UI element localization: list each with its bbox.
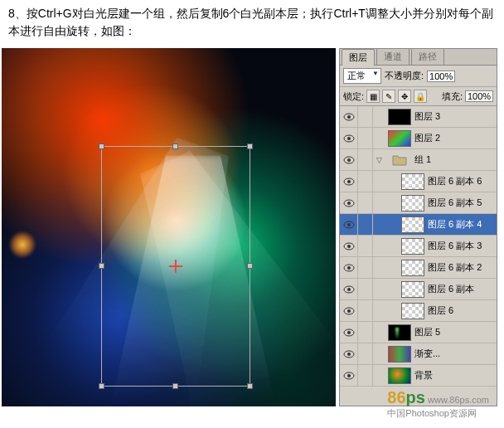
visibility-eye-icon[interactable] — [343, 285, 355, 294]
layer-thumbnail[interactable] — [388, 130, 411, 147]
tab-layers[interactable]: 图层 — [342, 49, 375, 66]
layer-link-col[interactable] — [358, 106, 373, 127]
layer-link-col[interactable] — [358, 365, 373, 386]
transform-handle-ml[interactable] — [99, 263, 104, 269]
layer-thumbnail[interactable] — [388, 367, 411, 384]
layer-row[interactable]: 图层 3 — [340, 106, 497, 128]
layer-name-label[interactable]: 图层 6 副本 4 — [428, 218, 482, 231]
layer-thumbnail[interactable] — [388, 346, 411, 362]
layer-visibility-toggle[interactable] — [340, 257, 358, 278]
layer-thumbnail[interactable] — [401, 303, 424, 319]
layer-expand-toggle[interactable]: ▽ — [373, 156, 385, 164]
layer-name-label[interactable]: 背景 — [414, 369, 433, 382]
visibility-eye-icon[interactable] — [343, 113, 355, 121]
layer-row[interactable]: 图层 6 副本 6 — [340, 171, 497, 192]
layer-name-label[interactable]: 图层 6 副本 5 — [428, 197, 482, 209]
lock-position-button[interactable]: ✥ — [398, 90, 411, 103]
transform-handle-tm[interactable] — [172, 143, 178, 149]
visibility-eye-icon[interactable] — [343, 242, 355, 250]
transform-handle-tl[interactable] — [99, 143, 104, 149]
layer-row[interactable]: 背景 — [340, 365, 497, 387]
lock-transparency-button[interactable]: ▦ — [366, 90, 380, 103]
layer-row[interactable]: 图层 6 副本 3 — [340, 236, 497, 257]
tab-paths[interactable]: 路径 — [411, 48, 444, 65]
tab-channels[interactable]: 通道 — [376, 48, 410, 65]
lock-pixels-button[interactable]: ✎ — [382, 90, 395, 103]
layer-link-col[interactable] — [358, 192, 373, 213]
layer-thumbnail[interactable] — [401, 216, 424, 233]
opacity-input[interactable]: 100% — [427, 71, 455, 82]
layer-row[interactable]: ▽组 1 — [340, 149, 497, 171]
layer-link-col[interactable] — [358, 279, 373, 299]
layer-name-label[interactable]: 图层 6 副本 3 — [428, 240, 482, 252]
free-transform-bounding-box[interactable] — [101, 146, 250, 387]
visibility-eye-icon[interactable] — [343, 134, 355, 143]
layer-name-label[interactable]: 图层 3 — [414, 110, 440, 123]
layer-visibility-toggle[interactable] — [340, 300, 358, 321]
layer-name-label[interactable]: 组 1 — [414, 153, 431, 166]
layer-name-label[interactable]: 图层 5 — [414, 326, 440, 338]
layer-name-label[interactable]: 渐变... — [414, 348, 440, 360]
layer-thumbnail[interactable] — [401, 238, 424, 255]
layer-thumbnail[interactable] — [401, 281, 424, 298]
visibility-eye-icon[interactable] — [343, 328, 355, 337]
lock-all-button[interactable]: 🔒 — [414, 90, 427, 103]
layer-visibility-toggle[interactable] — [340, 106, 358, 127]
layer-row[interactable]: 图层 6 — [340, 300, 497, 322]
transform-center-point[interactable] — [169, 260, 182, 273]
layer-visibility-toggle[interactable] — [340, 149, 358, 170]
canvas[interactable] — [2, 48, 336, 406]
layer-row[interactable]: 图层 2 — [340, 128, 497, 149]
layer-visibility-toggle[interactable] — [340, 128, 358, 148]
layer-link-col[interactable] — [358, 214, 373, 235]
layer-link-col[interactable] — [358, 322, 373, 343]
layer-link-col[interactable] — [358, 236, 373, 256]
layer-visibility-toggle[interactable] — [340, 192, 358, 213]
transform-handle-tr[interactable] — [247, 143, 253, 149]
transform-handle-bm[interactable] — [172, 383, 178, 389]
layer-name-label[interactable]: 图层 6 — [428, 304, 453, 317]
layer-name-label[interactable]: 图层 2 — [414, 132, 440, 144]
layer-name-label[interactable]: 图层 6 副本 2 — [428, 261, 482, 274]
transform-handle-mr[interactable] — [247, 263, 253, 269]
layers-list[interactable]: 图层 3图层 2▽组 1图层 6 副本 6图层 6 副本 5图层 6 副本 4图… — [340, 106, 497, 406]
layer-visibility-toggle[interactable] — [340, 322, 358, 343]
visibility-eye-icon[interactable] — [343, 199, 355, 207]
layer-row[interactable]: 渐变... — [340, 343, 497, 365]
layer-link-col[interactable] — [358, 257, 373, 278]
layer-thumbnail[interactable] — [388, 109, 411, 125]
layer-row[interactable]: 图层 5 — [340, 322, 497, 343]
layer-visibility-toggle[interactable] — [340, 236, 358, 256]
layer-thumbnail[interactable] — [401, 260, 424, 276]
transform-handle-br[interactable] — [247, 383, 253, 389]
layer-link-col[interactable] — [358, 343, 373, 364]
layer-row[interactable]: 图层 6 副本 — [340, 279, 497, 300]
visibility-eye-icon[interactable] — [343, 350, 355, 358]
layer-link-col[interactable] — [358, 171, 373, 192]
visibility-eye-icon[interactable] — [343, 307, 355, 315]
layer-row[interactable]: 图层 6 副本 4 — [340, 214, 497, 236]
visibility-eye-icon[interactable] — [343, 156, 355, 164]
layer-link-col[interactable] — [358, 128, 373, 148]
layer-name-label[interactable]: 图层 6 副本 — [428, 283, 474, 295]
layer-thumbnail[interactable] — [388, 152, 411, 168]
blend-mode-dropdown[interactable]: 正常 — [343, 68, 381, 84]
layer-row[interactable]: 图层 6 副本 2 — [340, 257, 497, 279]
fill-input[interactable]: 100% — [465, 90, 493, 102]
transform-handle-bl[interactable] — [99, 383, 104, 389]
layer-thumbnail[interactable] — [401, 173, 424, 190]
layer-link-col[interactable] — [358, 149, 373, 170]
layer-visibility-toggle[interactable] — [340, 343, 358, 364]
visibility-eye-icon[interactable] — [343, 264, 355, 272]
visibility-eye-icon[interactable] — [343, 372, 355, 380]
layer-row[interactable]: 图层 6 副本 5 — [340, 192, 497, 214]
layer-thumbnail[interactable] — [401, 195, 424, 212]
layer-visibility-toggle[interactable] — [340, 365, 358, 386]
layer-thumbnail[interactable] — [388, 324, 411, 341]
layer-visibility-toggle[interactable] — [340, 214, 358, 235]
visibility-eye-icon[interactable] — [343, 178, 355, 186]
layer-name-label[interactable]: 图层 6 副本 6 — [428, 175, 482, 187]
layer-visibility-toggle[interactable] — [340, 171, 358, 192]
layer-link-col[interactable] — [358, 300, 373, 321]
layer-visibility-toggle[interactable] — [340, 279, 358, 299]
